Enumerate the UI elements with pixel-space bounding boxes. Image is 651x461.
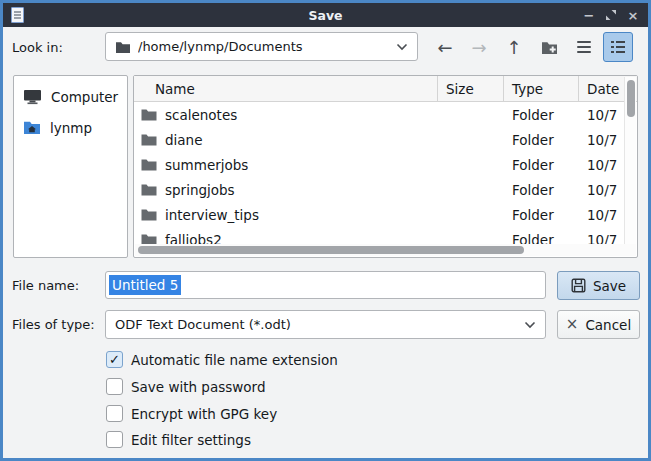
detail-view-icon bbox=[611, 41, 625, 54]
checkbox-box[interactable]: ✓ bbox=[106, 351, 123, 368]
file-name: diane bbox=[165, 132, 202, 148]
file-name-value: Untitled 5 bbox=[109, 275, 181, 295]
file-type: Folder bbox=[504, 207, 579, 223]
file-name-input[interactable]: Untitled 5 bbox=[105, 271, 546, 299]
sidebar-item-computer[interactable]: Computer bbox=[14, 81, 127, 112]
vertical-scrollbar[interactable] bbox=[624, 77, 636, 244]
file-name: interview_tips bbox=[165, 207, 259, 223]
restore-icon bbox=[605, 9, 617, 21]
cancel-button-label: Cancel bbox=[585, 317, 631, 333]
dialog-content: Look in: /home/lynmp/Documents ← → ↑ bbox=[3, 27, 648, 458]
chevron-down-icon bbox=[396, 43, 408, 51]
file-list-header: Name Size Type Date bbox=[134, 76, 637, 102]
file-date: 10/7 bbox=[579, 157, 624, 173]
file-row[interactable]: falljobs2 Folder 10/7 bbox=[134, 227, 624, 244]
chevron-down-icon bbox=[524, 321, 536, 329]
file-row[interactable]: scalenotes Folder 10/7 bbox=[134, 102, 624, 127]
folder-icon bbox=[141, 133, 157, 146]
column-header-size[interactable]: Size bbox=[438, 76, 504, 101]
floppy-icon bbox=[571, 278, 586, 293]
window-controls: − × bbox=[580, 3, 642, 27]
file-list: Name Size Type Date scalenotes Folder 10… bbox=[133, 75, 638, 258]
save-button-label: Save bbox=[593, 278, 626, 294]
forward-button[interactable]: → bbox=[464, 32, 494, 62]
up-button[interactable]: ↑ bbox=[499, 32, 529, 62]
file-date: 10/7 bbox=[579, 107, 624, 123]
folder-icon bbox=[141, 208, 157, 221]
vertical-scrollbar-thumb[interactable] bbox=[627, 80, 635, 117]
file-name-label: File name: bbox=[12, 278, 79, 293]
checkbox-encrypt-gpg[interactable]: Encrypt with GPG key bbox=[106, 404, 277, 423]
look-in-combobox[interactable]: /home/lynmp/Documents bbox=[105, 32, 418, 61]
folder-icon bbox=[141, 158, 157, 171]
file-type: Folder bbox=[504, 132, 579, 148]
minimize-button[interactable]: − bbox=[580, 6, 598, 24]
column-header-type[interactable]: Type bbox=[504, 76, 579, 101]
titlebar[interactable]: Save − × bbox=[3, 3, 648, 27]
look-in-path: /home/lynmp/Documents bbox=[138, 39, 389, 54]
column-header-name[interactable]: Name bbox=[134, 76, 438, 101]
checkbox-box[interactable] bbox=[106, 378, 123, 395]
sidebar-item-label: lynmp bbox=[50, 120, 92, 136]
file-row[interactable]: diane Folder 10/7 bbox=[134, 127, 624, 152]
file-name: falljobs2 bbox=[165, 232, 222, 245]
horizontal-scrollbar-thumb[interactable] bbox=[138, 246, 524, 254]
checkbox-box[interactable] bbox=[106, 431, 123, 448]
file-date: 10/7 bbox=[579, 207, 624, 223]
sidebar-item-lynmp[interactable]: lynmp bbox=[14, 112, 127, 143]
save-dialog-window: Save − × Look in: /home/lynmp/Documents … bbox=[0, 0, 651, 461]
checkbox-edit-filter[interactable]: Edit filter settings bbox=[106, 430, 251, 449]
horizontal-scrollbar[interactable] bbox=[135, 244, 636, 256]
look-in-label: Look in: bbox=[12, 40, 63, 55]
checkbox-automatic-extension[interactable]: ✓ Automatic file name extension bbox=[106, 350, 338, 369]
file-type-value: ODF Text Document (*.odt) bbox=[115, 317, 517, 332]
places-sidebar: Computer lynmp bbox=[13, 75, 128, 258]
file-date: 10/7 bbox=[579, 232, 624, 245]
save-button[interactable]: Save bbox=[557, 271, 640, 300]
window-title: Save bbox=[3, 8, 648, 23]
file-date: 10/7 bbox=[579, 132, 624, 148]
checkbox-box[interactable] bbox=[106, 405, 123, 422]
folder-icon bbox=[115, 40, 131, 54]
folder-icon bbox=[141, 183, 157, 196]
file-type: Folder bbox=[504, 107, 579, 123]
new-folder-button[interactable] bbox=[534, 32, 564, 62]
folder-icon bbox=[141, 233, 157, 244]
file-type-combobox[interactable]: ODF Text Document (*.odt) bbox=[105, 310, 546, 339]
computer-icon bbox=[23, 89, 42, 105]
checkbox-label: Automatic file name extension bbox=[131, 352, 338, 368]
file-date: 10/7 bbox=[579, 182, 624, 198]
sidebar-item-label: Computer bbox=[51, 89, 118, 105]
checkbox-label: Encrypt with GPG key bbox=[131, 406, 277, 422]
file-name: scalenotes bbox=[165, 107, 237, 123]
close-button[interactable]: × bbox=[624, 6, 642, 24]
file-row[interactable]: summerjobs Folder 10/7 bbox=[134, 152, 624, 177]
back-button[interactable]: ← bbox=[430, 32, 460, 62]
new-folder-icon bbox=[541, 40, 558, 55]
file-name: summerjobs bbox=[165, 157, 248, 173]
file-list-rows: scalenotes Folder 10/7 diane Folder 10/7… bbox=[134, 102, 624, 244]
close-x-icon: × bbox=[566, 317, 579, 332]
list-view-button[interactable] bbox=[569, 32, 599, 62]
checkbox-save-with-password[interactable]: Save with password bbox=[106, 377, 265, 396]
file-name: springjobs bbox=[165, 182, 235, 198]
restore-button[interactable] bbox=[602, 6, 620, 24]
detail-view-button[interactable] bbox=[603, 32, 633, 62]
cancel-button[interactable]: × Cancel bbox=[557, 310, 640, 339]
file-type: Folder bbox=[504, 232, 579, 245]
file-type: Folder bbox=[504, 157, 579, 173]
file-row[interactable]: interview_tips Folder 10/7 bbox=[134, 202, 624, 227]
file-type: Folder bbox=[504, 182, 579, 198]
list-view-icon bbox=[577, 41, 591, 53]
home-folder-icon bbox=[23, 120, 41, 135]
folder-icon bbox=[141, 108, 157, 121]
checkbox-label: Save with password bbox=[131, 379, 265, 395]
file-row[interactable]: springjobs Folder 10/7 bbox=[134, 177, 624, 202]
checkbox-label: Edit filter settings bbox=[131, 432, 251, 448]
file-type-label: Files of type: bbox=[12, 317, 95, 332]
